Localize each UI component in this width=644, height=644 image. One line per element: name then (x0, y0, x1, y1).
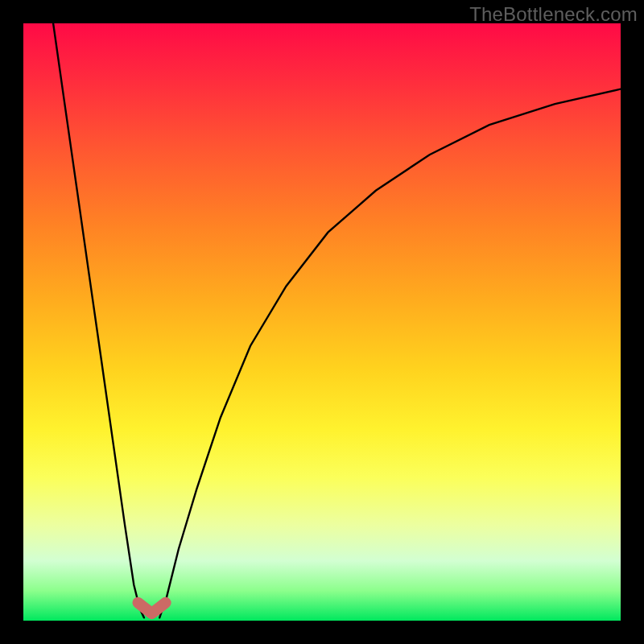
curve-left-branch (53, 23, 144, 617)
bottom-marker (138, 603, 166, 613)
plot-area (23, 23, 621, 621)
watermark-text: TheBottleneck.com (469, 3, 638, 26)
chart-frame: TheBottleneck.com (0, 0, 644, 644)
curve-right-branch (159, 89, 621, 618)
curve-layer (23, 23, 621, 621)
